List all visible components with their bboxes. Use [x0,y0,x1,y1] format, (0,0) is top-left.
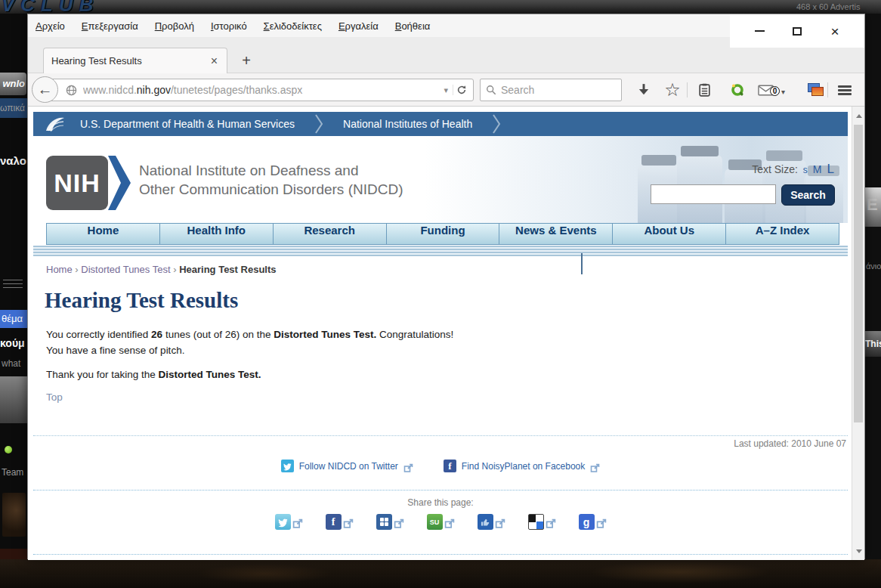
downloads-icon[interactable] [632,79,655,101]
hhs-link[interactable]: U.S. Department of Health & Human Servic… [80,118,295,130]
external-link-icon [596,518,607,529]
nav-home[interactable]: Home [46,224,160,244]
scroll-down-arrow[interactable] [852,543,865,559]
tab-hearing-test-results[interactable]: Hearing Test Results × [43,48,227,73]
url-dropdown-icon[interactable]: ▾ [439,85,453,95]
external-link-icon [292,518,303,529]
search-icon [486,85,496,95]
last-updated: Last updated: 2010 June 07 [33,435,848,449]
top-link[interactable]: Top [46,391,63,403]
external-link-icon [394,518,404,529]
mail-notifier-icon[interactable]: 0 ▾ [755,79,788,101]
nav-funding[interactable]: Funding [387,224,500,244]
menu-edit[interactable]: Επεξεργασία [82,20,138,32]
divider [33,554,848,555]
facebook-icon[interactable]: f [444,460,456,472]
back-button[interactable]: ← [32,76,58,103]
menu-view[interactable]: Προβολή [155,20,194,32]
url-text: www.nidcd.nih.gov/tunetest/pages/thanks.… [83,84,439,96]
background-page-left: wnlo ωπικά ναλο θέμα κούμ what Team [0,14,27,559]
url-bar[interactable]: www.nidcd.nih.gov/tunetest/pages/thanks.… [45,79,474,101]
text-size-small-link[interactable]: s [803,165,808,175]
search-input[interactable] [501,84,599,96]
breadcrumb-current: Hearing Test Results [179,264,276,275]
tab-title: Hearing Test Results [51,55,209,67]
nih-link[interactable]: National Institutes of Health [343,118,472,130]
minimize-icon [755,30,765,32]
quickjava-addon-icon[interactable] [726,79,749,101]
share-twitter-icon[interactable] [275,514,291,530]
window-controls: × [730,14,864,48]
share-stumbleupon-icon[interactable]: SU [427,514,443,530]
nav-news-events[interactable]: News & Events [499,224,613,244]
vertical-scrollbar[interactable] [852,107,864,560]
background-text: Team [2,467,23,478]
hhs-eagle-icon [44,114,66,134]
menu-file[interactable]: Αρχείο [36,20,65,32]
maximize-button[interactable] [784,21,810,41]
menu-help[interactable]: Βοήθεια [395,20,431,32]
menu-history[interactable]: Ιστορικό [211,20,247,32]
nav-health-info[interactable]: Health Info [160,224,274,244]
background-download-button: wnlo [0,73,26,95]
results-paragraph: You correctly identified 26 tunes (out o… [46,326,848,358]
browser-search-box[interactable] [480,79,622,101]
share-facebook-icon[interactable]: f [326,514,342,530]
toolbar-separator [827,82,828,97]
external-link-icon [444,518,455,529]
share-yahoo-buzz-icon[interactable] [478,514,493,530]
background-text: ωπικά [0,103,25,113]
test-name: Distorted Tunes Test. [159,369,261,380]
text-size-medium-link[interactable]: M [813,163,822,175]
site-search-input[interactable] [651,184,776,204]
ad-size-label: 468 x 60 Advertis [796,2,881,11]
external-link-icon [343,518,354,529]
breadcrumb-section-link[interactable]: Distorted Tunes Test [81,264,170,275]
nih-logo-text: NIH [46,156,108,210]
external-link-icon [495,518,505,529]
menu-bookmarks[interactable]: Σελιδοδείκτες [264,20,322,32]
screenshot-addon-icon[interactable] [805,79,827,101]
share-google-icon[interactable]: g [579,514,595,530]
breadcrumb-home-link[interactable]: Home [46,264,73,275]
mail-dropdown-icon: ▾ [781,88,785,96]
globe-icon [66,85,77,96]
bookmark-star-icon[interactable]: ☆ [661,79,684,101]
site-title: National Institute on Deafness and Other… [139,161,403,199]
toolbar-separator [687,82,688,97]
background-ad-banner: VCLUB 468 x 60 Advertis [0,0,881,14]
chevron-right-icon [314,113,323,135]
site-search-button[interactable]: Search [781,184,835,206]
scroll-up-arrow[interactable] [852,108,865,123]
share-delicious-icon[interactable] [528,514,544,530]
hamburger-menu-icon[interactable] [833,79,856,101]
nav-research[interactable]: Research [274,224,387,244]
social-links-row: Follow NIDCD on Twitter f Find NoisyPlan… [33,459,848,473]
nih-logo-chevron-icon [108,156,131,210]
twitter-follow-link[interactable]: Follow NIDCD on Twitter [299,461,398,472]
site-header: NIH National Institute on Deafness and O… [33,136,848,223]
text-size-label: Text Size: [752,163,798,175]
facebook-find-link[interactable]: Find NoisyPlanet on Facebook [462,461,585,472]
twitter-icon[interactable] [281,460,294,472]
maximize-icon [793,27,802,36]
minimize-button[interactable] [747,21,772,41]
page-title: Hearing Test Results [45,288,848,313]
menu-tools[interactable]: Εργαλεία [338,20,379,32]
tab-close-icon[interactable]: × [209,54,219,68]
bookmarks-menu-icon[interactable] [693,79,716,101]
text-size-large-link[interactable]: L [827,162,834,177]
nav-az-index[interactable]: A–Z Index [726,224,839,244]
scrollbar-thumb[interactable] [854,125,863,422]
background-text: This [865,339,881,349]
reload-icon[interactable] [453,85,473,95]
nav-about-us[interactable]: About Us [613,224,726,244]
share-icons-row: f SU [33,514,848,537]
close-button[interactable]: × [822,21,848,41]
external-link-icon [590,463,600,473]
new-tab-button[interactable]: + [236,51,256,70]
share-digg-icon[interactable] [376,514,392,530]
breadcrumb: Home › Distorted Tunes Test › Hearing Te… [46,264,848,275]
page-content-area: U.S. Department of Health & Human Servic… [28,107,853,560]
nih-logo[interactable]: NIH [46,156,131,210]
